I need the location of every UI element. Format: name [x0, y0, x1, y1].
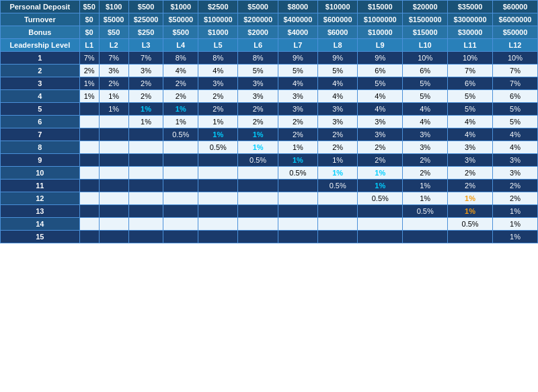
col-2500: $2500	[198, 1, 238, 13]
row-level-3: 3	[1, 77, 80, 90]
data-row-3: 3 1% 2% 2% 2% 3% 3% 4% 4% 5% 5% 6% 7%	[1, 77, 538, 90]
col-10000: $10000	[318, 1, 358, 13]
col-8000: $8000	[278, 1, 317, 13]
level-l10: L10	[403, 39, 448, 52]
row-level-4: 4	[1, 90, 80, 103]
data-row-12: 12 0.5% 1% 1% 2%	[1, 192, 538, 205]
turnover-200000: $200000	[238, 13, 278, 26]
personal-deposit-row: Personal Deposit $50 $100 $500 $1000 $25…	[1, 1, 538, 13]
data-row-4: 4 1% 1% 2% 2% 2% 3% 3% 4% 4% 5% 5% 6%	[1, 90, 538, 103]
bonus-6000: $6000	[318, 26, 358, 39]
data-row-8: 8 0.5% 1% 1% 2% 2% 3% 3% 4%	[1, 141, 538, 154]
turnover-600000: $600000	[318, 13, 358, 26]
level-l11: L11	[448, 39, 493, 52]
row-level-8: 8	[1, 141, 80, 154]
turnover-400000: $400000	[278, 13, 317, 26]
level-l3: L3	[128, 39, 163, 52]
row-level-5: 5	[1, 103, 80, 116]
leadership-label: Leadership Level	[1, 39, 80, 52]
turnover-5000: $5000	[99, 13, 128, 26]
col-1000: $1000	[163, 1, 198, 13]
bonus-50: $50	[99, 26, 128, 39]
data-row-9: 9 0.5% 1% 1% 2% 2% 3% 3%	[1, 154, 538, 167]
row-level-13: 13	[1, 205, 80, 218]
level-l8: L8	[318, 39, 358, 52]
bonus-1000: $1000	[198, 26, 238, 39]
data-row-6: 6 1% 1% 1% 2% 2% 3% 3% 4% 4% 5%	[1, 116, 538, 128]
level-l4: L4	[163, 39, 198, 52]
col-20000: $20000	[403, 1, 448, 13]
bonus-4000: $4000	[278, 26, 317, 39]
personal-deposit-label: Personal Deposit	[1, 1, 80, 13]
row-level-14: 14	[1, 218, 80, 231]
data-row-13: 13 0.5% 1% 1%	[1, 205, 538, 218]
data-row-15: 15 1%	[1, 231, 538, 243]
level-l9: L9	[358, 39, 403, 52]
level-l7: L7	[278, 39, 317, 52]
turnover-1000000: $1000000	[358, 13, 403, 26]
level-l1: L1	[79, 39, 99, 52]
turnover-3000000: $3000000	[448, 13, 493, 26]
data-row-7: 7 0.5% 1% 1% 2% 2% 3% 3% 4% 4%	[1, 128, 538, 141]
row-level-15: 15	[1, 231, 80, 243]
level-l6: L6	[238, 39, 278, 52]
row-level-7: 7	[1, 128, 80, 141]
col-60000: $60000	[493, 1, 538, 13]
turnover-1500000: $1500000	[403, 13, 448, 26]
row-level-9: 9	[1, 154, 80, 167]
bonus-2000: $2000	[238, 26, 278, 39]
bonus-label: Bonus	[1, 26, 80, 39]
turnover-row: Turnover $0 $5000 $25000 $50000 $100000 …	[1, 13, 538, 26]
row-level-12: 12	[1, 192, 80, 205]
leadership-level-row: Leadership Level L1 L2 L3 L4 L5 L6 L7 L8…	[1, 39, 538, 52]
turnover-100000: $100000	[198, 13, 238, 26]
col-500: $500	[128, 1, 163, 13]
bonus-15000: $15000	[403, 26, 448, 39]
turnover-6000000: $6000000	[493, 13, 538, 26]
level-l2: L2	[99, 39, 128, 52]
bonus-500: $500	[163, 26, 198, 39]
data-row-5: 5 1% 1% 1% 2% 2% 3% 3% 4% 4% 5% 5%	[1, 103, 538, 116]
col-15000: $15000	[358, 1, 403, 13]
row-level-1: 1	[1, 52, 80, 65]
turnover-0: $0	[79, 13, 99, 26]
turnover-label: Turnover	[1, 13, 80, 26]
data-row-14: 14 0.5% 1%	[1, 218, 538, 231]
turnover-25000: $25000	[128, 13, 163, 26]
bonus-50000: $50000	[493, 26, 538, 39]
row-level-6: 6	[1, 116, 80, 128]
row-level-10: 10	[1, 167, 80, 180]
col-100: $100	[99, 1, 128, 13]
level-l5: L5	[198, 39, 238, 52]
level-l12: L12	[493, 39, 538, 52]
row-level-11: 11	[1, 180, 80, 192]
bonus-row: Bonus $0 $50 $250 $500 $1000 $2000 $4000…	[1, 26, 538, 39]
data-row-2: 2 2% 3% 3% 4% 4% 5% 5% 5% 6% 6% 7% 7%	[1, 65, 538, 77]
col-35000: $35000	[448, 1, 493, 13]
turnover-50000: $50000	[163, 13, 198, 26]
bonus-30000: $30000	[448, 26, 493, 39]
bonus-0: $0	[79, 26, 99, 39]
commission-table: Personal Deposit $50 $100 $500 $1000 $25…	[0, 0, 538, 243]
col-50: $50	[79, 1, 99, 13]
col-5000: $5000	[238, 1, 278, 13]
data-row-11: 11 0.5% 1% 1% 2% 2%	[1, 180, 538, 192]
bonus-10000: $10000	[358, 26, 403, 39]
data-row-1: 1 7% 7% 7% 8% 8% 8% 9% 9% 9% 10% 10% 10%	[1, 52, 538, 65]
row-level-2: 2	[1, 65, 80, 77]
bonus-250: $250	[128, 26, 163, 39]
data-row-10: 10 0.5% 1% 1% 2% 2% 3%	[1, 167, 538, 180]
